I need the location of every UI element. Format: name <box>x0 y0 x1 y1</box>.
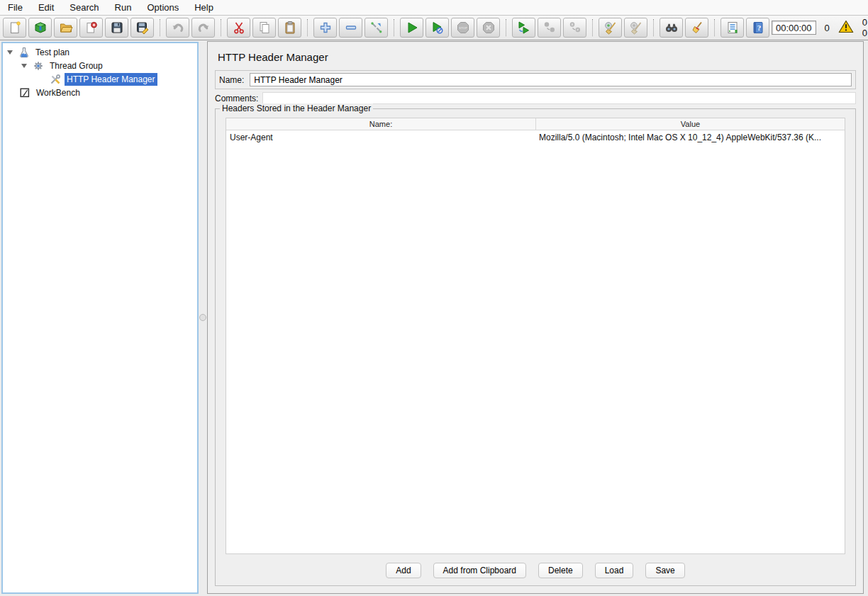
toolbar-counters: 00:00:00 0 0 / 0 <box>772 17 868 38</box>
toolbar-separator <box>221 19 221 36</box>
save-as-icon <box>135 21 150 35</box>
save-icon <box>110 21 124 35</box>
shutdown-button[interactable] <box>477 18 500 38</box>
menu-file[interactable]: File <box>7 1 30 14</box>
save-button[interactable]: Save <box>645 563 684 578</box>
remove-element-button[interactable] <box>339 18 362 38</box>
redo-button[interactable] <box>191 18 215 38</box>
table-header-row: Name: Value <box>226 118 845 130</box>
name-input[interactable] <box>250 73 852 86</box>
clear-all-button[interactable] <box>624 18 647 38</box>
svg-text:?: ? <box>757 23 761 32</box>
headers-group-box: Headers Stored in the Header Manager Nam… <box>215 108 856 586</box>
tree-item-label[interactable]: Test plan <box>33 46 72 59</box>
tree-item-workbench[interactable]: WorkBench <box>3 86 197 99</box>
add-from-clipboard-button[interactable]: Add from Clipboard <box>433 563 526 578</box>
remote-stop-all-button[interactable] <box>538 18 561 38</box>
stop-button[interactable]: STOP <box>451 18 474 38</box>
close-file-button[interactable] <box>79 18 103 38</box>
shutdown-icon <box>482 21 496 35</box>
add-element-button[interactable] <box>313 18 337 38</box>
remote-stop-all-icon <box>542 21 557 35</box>
toolbar-separator <box>714 19 715 36</box>
menu-search[interactable]: Search <box>62 1 106 14</box>
menu-help[interactable]: Help <box>187 1 221 14</box>
start-no-timers-button[interactable] <box>425 18 449 38</box>
tree-item-label[interactable]: WorkBench <box>34 86 82 99</box>
search-button[interactable] <box>660 18 683 38</box>
templates-icon <box>33 21 48 35</box>
clear-all-icon <box>629 21 643 35</box>
name-label: Name: <box>219 75 244 85</box>
copy-button[interactable] <box>252 18 276 38</box>
toggle-element-button[interactable] <box>365 18 388 38</box>
toolbar-separator <box>592 19 593 36</box>
column-header-name[interactable]: Name: <box>226 118 535 130</box>
expand-arrow-icon[interactable] <box>21 64 27 68</box>
clear-search-icon <box>690 21 704 35</box>
templates-button[interactable] <box>28 18 52 38</box>
clear-icon <box>603 21 618 35</box>
start-icon <box>405 21 419 35</box>
toolbar-separator <box>307 19 308 36</box>
open-file-button[interactable] <box>54 18 77 38</box>
header-manager-panel: HTTP Header Manager Name: Comments: Head… <box>207 41 864 594</box>
new-file-button[interactable] <box>3 18 26 38</box>
open-folder-icon <box>59 21 73 35</box>
error-count: 0 <box>825 23 830 33</box>
headers-table[interactable]: Name: Value User-Agent Mozilla/5.0 (Maci… <box>226 118 845 554</box>
load-button[interactable]: Load <box>595 563 634 578</box>
paste-icon <box>283 21 297 35</box>
warning-icon[interactable] <box>838 20 854 35</box>
name-row: Name: <box>215 70 856 89</box>
cut-icon <box>232 21 246 35</box>
add-button[interactable]: Add <box>386 563 421 578</box>
search-icon <box>664 21 679 35</box>
clear-search-button[interactable] <box>685 18 708 38</box>
menu-edit[interactable]: Edit <box>30 1 62 14</box>
header-name-cell[interactable]: User-Agent <box>226 133 535 142</box>
page-title: HTTP Header Manager <box>218 51 863 63</box>
column-header-value[interactable]: Value <box>535 118 845 130</box>
splitter-handle[interactable] <box>199 314 206 321</box>
toolbar-separator <box>394 19 394 36</box>
copy-icon <box>257 21 272 35</box>
table-row[interactable]: User-Agent Mozilla/5.0 (Macintosh; Intel… <box>226 130 845 144</box>
menu-options[interactable]: Options <box>139 1 187 14</box>
header-manager-icon <box>50 74 61 85</box>
toolbar-separator <box>653 19 654 36</box>
tree-item-thread-group[interactable]: Thread Group <box>3 59 197 72</box>
remote-start-all-button[interactable] <box>512 18 535 38</box>
cut-button[interactable] <box>227 18 250 38</box>
help-icon: ? <box>751 21 765 35</box>
comments-input[interactable] <box>262 92 856 104</box>
tree-item-label[interactable]: HTTP Header Manager <box>65 73 157 86</box>
thread-count: 0 / 0 <box>862 17 868 38</box>
tree-item-http-header-manager[interactable]: HTTP Header Manager <box>3 72 197 86</box>
expand-arrow-icon[interactable] <box>7 50 13 55</box>
function-helper-button[interactable] <box>720 18 744 38</box>
undo-button[interactable] <box>166 18 189 38</box>
header-value-cell[interactable]: Mozilla/5.0 (Macintosh; Intel Mac OS X 1… <box>535 133 845 142</box>
menu-bar: File Edit Search Run Options Help <box>0 0 868 16</box>
svg-text:STOP: STOP <box>459 26 467 30</box>
tree-item-test-plan[interactable]: Test plan <box>3 45 197 59</box>
toolbar-separator <box>506 19 506 36</box>
paste-button[interactable] <box>278 18 301 38</box>
comments-row: Comments: <box>215 92 856 104</box>
toggle-icon <box>369 21 384 35</box>
stop-icon: STOP <box>456 21 470 35</box>
tree-item-label[interactable]: Thread Group <box>48 60 105 72</box>
elapsed-timer: 00:00:00 <box>772 21 816 35</box>
help-button[interactable]: ? <box>746 18 769 38</box>
save-button-toolbar[interactable] <box>105 18 128 38</box>
thread-group-icon <box>33 60 44 72</box>
remote-shutdown-all-button[interactable] <box>563 18 586 38</box>
menu-run[interactable]: Run <box>107 1 140 14</box>
redo-icon <box>196 21 211 35</box>
workbench-icon <box>19 87 30 99</box>
start-button[interactable] <box>400 18 423 38</box>
clear-button[interactable] <box>599 18 622 38</box>
save-as-button[interactable] <box>130 18 154 38</box>
delete-button[interactable]: Delete <box>538 563 583 578</box>
